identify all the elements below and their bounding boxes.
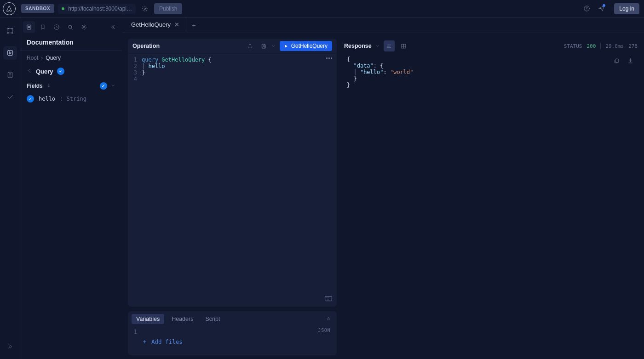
status-code: 200 xyxy=(587,43,596,49)
sidebar-doc-icon[interactable] xyxy=(23,21,35,33)
crumb-sep-icon: › xyxy=(41,55,43,61)
fields-check-icon[interactable]: ✓ xyxy=(100,82,107,90)
editor-menu-icon[interactable] xyxy=(326,57,332,59)
topbar: SANDBOX http://localhost:3000/api… Publi… xyxy=(0,0,644,17)
login-button[interactable]: Log in xyxy=(614,3,639,14)
operation-title: Operation xyxy=(132,43,160,49)
fields-label: Fields xyxy=(27,83,43,89)
variables-editor[interactable]: 1 ＋ Add files JSON xyxy=(128,327,337,355)
back-arrow-icon[interactable] xyxy=(27,68,32,75)
rail-explorer-icon[interactable] xyxy=(3,46,17,60)
notification-dot-icon xyxy=(603,4,605,7)
new-tab-button[interactable]: ＋ xyxy=(186,17,202,33)
add-files-button[interactable]: ＋ Add files xyxy=(140,336,337,348)
field-sep: : xyxy=(60,96,66,102)
json-mode-label: JSON xyxy=(318,328,330,333)
field-name: hello xyxy=(39,96,55,102)
field-check-icon[interactable]: ✓ xyxy=(27,95,34,103)
add-files-label: Add files xyxy=(151,338,183,345)
sidebar-search-icon[interactable] xyxy=(64,21,76,33)
run-label: GetHelloQuery xyxy=(291,43,328,49)
operation-code[interactable]: query GetHelloQuery { │ hello } xyxy=(140,54,337,307)
collapse-panel-icon[interactable] xyxy=(324,314,333,324)
crumb-root[interactable]: Root xyxy=(27,55,38,61)
notifications-icon[interactable] xyxy=(596,3,607,14)
view-table-icon[interactable] xyxy=(398,40,409,51)
rail-schema-icon[interactable] xyxy=(3,24,17,38)
save-icon[interactable] xyxy=(259,40,270,51)
tab-script[interactable]: Script xyxy=(201,314,224,324)
tab-variables[interactable]: Variables xyxy=(132,314,164,324)
share-icon[interactable] xyxy=(245,40,256,51)
status-label: STATUS xyxy=(564,43,582,49)
endpoint-url-text: http://localhost:3000/api… xyxy=(68,6,132,12)
download-response-icon[interactable] xyxy=(625,55,636,66)
response-time: 29.0ms xyxy=(605,43,624,49)
apollo-logo xyxy=(3,2,16,15)
operation-header: Operation GetHelloQuery xyxy=(128,39,337,53)
type-header[interactable]: Query ✓ xyxy=(20,65,122,78)
tab-headers[interactable]: Headers xyxy=(167,314,198,324)
rail-checks-icon[interactable] xyxy=(3,90,17,104)
save-menu-icon[interactable] xyxy=(270,40,277,51)
fields-chevron-icon[interactable] xyxy=(111,83,115,89)
sidebar-heading: Documentation xyxy=(27,39,115,46)
response-size: 27B xyxy=(628,43,638,49)
env-badge: SANDBOX xyxy=(21,4,54,13)
response-stats: STATUS 200 29.0ms 27B xyxy=(564,43,638,49)
response-header: Response STATUS 200 29.0ms 27B xyxy=(343,39,638,53)
rail-diff-icon[interactable] xyxy=(3,68,17,82)
response-body[interactable]: { "data": { │ "hello": "world" } } xyxy=(343,53,638,355)
operation-editor[interactable]: 1234 query GetHelloQuery { │ hello } xyxy=(128,53,337,307)
plus-icon: ＋ xyxy=(142,338,148,346)
crumb-current: Query xyxy=(46,55,61,61)
fields-section: Fields ✓ xyxy=(20,78,122,92)
response-menu-icon[interactable] xyxy=(375,43,380,50)
tab-label: GetHelloQuery xyxy=(131,21,171,28)
svg-point-2 xyxy=(586,10,587,10)
status-dot-icon xyxy=(62,7,64,10)
sidebar-settings-icon[interactable] xyxy=(78,21,90,33)
sidebar-collapse-icon[interactable] xyxy=(107,21,119,33)
keyboard-icon[interactable] xyxy=(325,296,332,303)
view-json-icon[interactable] xyxy=(384,40,395,51)
settings-icon[interactable] xyxy=(139,3,150,14)
run-button[interactable]: GetHelloQuery xyxy=(280,41,332,51)
copy-response-icon[interactable] xyxy=(611,55,622,66)
documentation-sidebar: Documentation Root › Query Query ✓ Field… xyxy=(20,17,122,359)
breadcrumb: Root › Query xyxy=(20,55,122,65)
svg-point-0 xyxy=(144,8,146,10)
svg-rect-9 xyxy=(27,25,31,29)
line-gutter: 1234 xyxy=(128,54,140,307)
response-title: Response xyxy=(344,43,372,49)
variables-panel: Variables Headers Script 1 ＋ Add files xyxy=(128,311,337,355)
svg-rect-14 xyxy=(615,59,619,63)
close-tab-icon[interactable]: ✕ xyxy=(174,21,179,28)
field-type: String xyxy=(67,96,86,102)
endpoint-url[interactable]: http://localhost:3000/api… xyxy=(58,4,136,14)
field-row[interactable]: ✓ hello: String xyxy=(20,92,122,105)
response-panel: Response STATUS 200 29.0ms 27B { "data": xyxy=(343,39,638,355)
help-icon[interactable] xyxy=(581,3,592,14)
type-check-icon[interactable]: ✓ xyxy=(57,68,64,75)
svg-point-10 xyxy=(69,25,72,28)
editor-tabs: GetHelloQuery ✕ ＋ xyxy=(122,17,644,33)
svg-rect-7 xyxy=(7,51,12,56)
sidebar-history-icon[interactable] xyxy=(51,21,63,33)
sort-arrow-icon[interactable] xyxy=(46,83,51,89)
sidebar-toolbar xyxy=(20,19,122,35)
svg-rect-12 xyxy=(325,296,332,301)
tab-gethelloquery[interactable]: GetHelloQuery ✕ xyxy=(125,17,186,33)
type-title: Query xyxy=(36,68,53,75)
publish-button[interactable]: Publish xyxy=(154,3,182,14)
rail-expand-icon[interactable] xyxy=(3,340,17,353)
sidebar-bookmark-icon[interactable] xyxy=(37,21,49,33)
left-rail xyxy=(0,17,20,359)
svg-point-11 xyxy=(83,26,85,28)
